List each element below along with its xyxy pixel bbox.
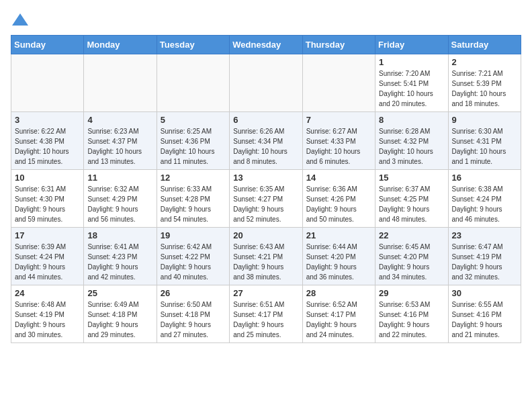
day-number: 21: [306, 230, 371, 240]
day-info: Sunrise: 6:39 AMSunset: 4:24 PMDaylight:…: [15, 242, 80, 282]
calendar-cell: 8Sunrise: 6:28 AMSunset: 4:32 PMDaylight…: [375, 112, 448, 170]
day-info: Sunrise: 6:43 AMSunset: 4:21 PMDaylight:…: [233, 242, 298, 282]
day-number: 19: [161, 230, 226, 240]
week-row-3: 10Sunrise: 6:31 AMSunset: 4:30 PMDayligh…: [11, 170, 521, 228]
calendar-cell: 11Sunrise: 6:32 AMSunset: 4:29 PMDayligh…: [84, 170, 157, 228]
calendar-cell: 20Sunrise: 6:43 AMSunset: 4:21 PMDayligh…: [230, 228, 302, 285]
calendar-cell: 17Sunrise: 6:39 AMSunset: 4:24 PMDayligh…: [11, 228, 84, 285]
calendar-cell: 4Sunrise: 6:23 AMSunset: 4:37 PMDaylight…: [84, 112, 157, 170]
calendar-cell: 3Sunrise: 6:22 AMSunset: 4:38 PMDaylight…: [11, 112, 84, 170]
day-info: Sunrise: 6:30 AMSunset: 4:31 PMDaylight:…: [452, 126, 517, 167]
day-info: Sunrise: 6:47 AMSunset: 4:19 PMDaylight:…: [452, 242, 517, 282]
calendar-cell: 2Sunrise: 7:21 AMSunset: 5:39 PMDaylight…: [448, 54, 521, 112]
day-info: Sunrise: 6:45 AMSunset: 4:20 PMDaylight:…: [379, 242, 444, 282]
calendar-cell: [11, 54, 84, 112]
week-row-1: 1Sunrise: 7:20 AMSunset: 5:41 PMDaylight…: [11, 54, 521, 112]
day-info: Sunrise: 6:33 AMSunset: 4:28 PMDaylight:…: [161, 184, 226, 224]
calendar-cell: 13Sunrise: 6:35 AMSunset: 4:27 PMDayligh…: [230, 170, 302, 228]
day-info: Sunrise: 6:38 AMSunset: 4:24 PMDaylight:…: [452, 184, 517, 224]
weekday-header-thursday: Thursday: [302, 36, 375, 54]
day-info: Sunrise: 6:27 AMSunset: 4:33 PMDaylight:…: [306, 126, 371, 167]
weekday-header-monday: Monday: [84, 36, 157, 54]
day-info: Sunrise: 6:32 AMSunset: 4:29 PMDaylight:…: [87, 184, 152, 224]
calendar-cell: 14Sunrise: 6:36 AMSunset: 4:26 PMDayligh…: [302, 170, 375, 228]
day-info: Sunrise: 7:21 AMSunset: 5:39 PMDaylight:…: [452, 68, 517, 109]
week-row-4: 17Sunrise: 6:39 AMSunset: 4:24 PMDayligh…: [11, 228, 521, 285]
day-number: 27: [233, 288, 298, 298]
calendar-cell: 26Sunrise: 6:50 AMSunset: 4:18 PMDayligh…: [157, 285, 229, 343]
day-info: Sunrise: 6:48 AMSunset: 4:19 PMDaylight:…: [15, 300, 80, 340]
day-number: 16: [452, 173, 517, 183]
calendar-cell: 7Sunrise: 6:27 AMSunset: 4:33 PMDaylight…: [302, 112, 375, 170]
day-info: Sunrise: 6:41 AMSunset: 4:23 PMDaylight:…: [87, 242, 152, 282]
calendar-cell: [302, 54, 375, 112]
day-number: 18: [87, 230, 152, 240]
day-number: 14: [306, 173, 371, 183]
day-number: 1: [379, 57, 444, 67]
day-number: 4: [87, 115, 152, 125]
calendar-cell: 25Sunrise: 6:49 AMSunset: 4:18 PMDayligh…: [84, 285, 157, 343]
calendar-cell: 19Sunrise: 6:42 AMSunset: 4:22 PMDayligh…: [157, 228, 229, 285]
calendar-cell: [230, 54, 302, 112]
day-info: Sunrise: 6:31 AMSunset: 4:30 PMDaylight:…: [15, 184, 80, 224]
day-info: Sunrise: 6:44 AMSunset: 4:20 PMDaylight:…: [306, 242, 371, 282]
day-info: Sunrise: 6:25 AMSunset: 4:36 PMDaylight:…: [161, 126, 226, 167]
calendar-cell: 16Sunrise: 6:38 AMSunset: 4:24 PMDayligh…: [448, 170, 521, 228]
calendar-cell: 5Sunrise: 6:25 AMSunset: 4:36 PMDaylight…: [157, 112, 229, 170]
calendar: SundayMondayTuesdayWednesdayThursdayFrid…: [11, 35, 521, 343]
week-row-5: 24Sunrise: 6:48 AMSunset: 4:19 PMDayligh…: [11, 285, 521, 343]
calendar-cell: 28Sunrise: 6:52 AMSunset: 4:17 PMDayligh…: [302, 285, 375, 343]
calendar-cell: 21Sunrise: 6:44 AMSunset: 4:20 PMDayligh…: [302, 228, 375, 285]
svg-marker-0: [12, 13, 28, 26]
day-number: 15: [379, 173, 444, 183]
week-row-2: 3Sunrise: 6:22 AMSunset: 4:38 PMDaylight…: [11, 112, 521, 170]
day-number: 22: [379, 230, 444, 240]
day-number: 10: [15, 173, 80, 183]
day-info: Sunrise: 6:36 AMSunset: 4:26 PMDaylight:…: [306, 184, 371, 224]
day-info: Sunrise: 6:37 AMSunset: 4:25 PMDaylight:…: [379, 184, 444, 224]
logo-icon: [11, 11, 30, 30]
calendar-cell: 27Sunrise: 6:51 AMSunset: 4:17 PMDayligh…: [230, 285, 302, 343]
day-number: 26: [161, 288, 226, 298]
calendar-cell: 6Sunrise: 6:26 AMSunset: 4:34 PMDaylight…: [230, 112, 302, 170]
day-number: 24: [15, 288, 80, 298]
day-info: Sunrise: 6:22 AMSunset: 4:38 PMDaylight:…: [15, 126, 80, 167]
weekday-header-wednesday: Wednesday: [230, 36, 302, 54]
day-number: 8: [379, 115, 444, 125]
day-number: 12: [161, 173, 226, 183]
header: [11, 11, 521, 30]
weekday-header-friday: Friday: [375, 36, 448, 54]
day-number: 5: [161, 115, 226, 125]
day-number: 6: [233, 115, 298, 125]
calendar-cell: 12Sunrise: 6:33 AMSunset: 4:28 PMDayligh…: [157, 170, 229, 228]
day-info: Sunrise: 6:49 AMSunset: 4:18 PMDaylight:…: [87, 300, 152, 340]
day-info: Sunrise: 6:28 AMSunset: 4:32 PMDaylight:…: [379, 126, 444, 167]
day-info: Sunrise: 6:55 AMSunset: 4:16 PMDaylight:…: [452, 300, 517, 340]
calendar-cell: 10Sunrise: 6:31 AMSunset: 4:30 PMDayligh…: [11, 170, 84, 228]
day-number: 13: [233, 173, 298, 183]
day-number: 29: [379, 288, 444, 298]
day-number: 17: [15, 230, 80, 240]
day-number: 9: [452, 115, 517, 125]
day-info: Sunrise: 6:26 AMSunset: 4:34 PMDaylight:…: [233, 126, 298, 167]
calendar-cell: 30Sunrise: 6:55 AMSunset: 4:16 PMDayligh…: [448, 285, 521, 343]
calendar-cell: 18Sunrise: 6:41 AMSunset: 4:23 PMDayligh…: [84, 228, 157, 285]
day-number: 3: [15, 115, 80, 125]
day-number: 28: [306, 288, 371, 298]
day-number: 7: [306, 115, 371, 125]
weekday-header-tuesday: Tuesday: [157, 36, 229, 54]
day-info: Sunrise: 6:35 AMSunset: 4:27 PMDaylight:…: [233, 184, 298, 224]
calendar-cell: 29Sunrise: 6:53 AMSunset: 4:16 PMDayligh…: [375, 285, 448, 343]
day-number: 20: [233, 230, 298, 240]
day-number: 2: [452, 57, 517, 67]
logo: [11, 11, 32, 30]
calendar-cell: 22Sunrise: 6:45 AMSunset: 4:20 PMDayligh…: [375, 228, 448, 285]
calendar-cell: 24Sunrise: 6:48 AMSunset: 4:19 PMDayligh…: [11, 285, 84, 343]
weekday-header-row: SundayMondayTuesdayWednesdayThursdayFrid…: [11, 36, 521, 54]
weekday-header-saturday: Saturday: [448, 36, 521, 54]
day-number: 25: [87, 288, 152, 298]
day-info: Sunrise: 6:23 AMSunset: 4:37 PMDaylight:…: [87, 126, 152, 167]
calendar-cell: 23Sunrise: 6:47 AMSunset: 4:19 PMDayligh…: [448, 228, 521, 285]
calendar-cell: 1Sunrise: 7:20 AMSunset: 5:41 PMDaylight…: [375, 54, 448, 112]
calendar-cell: [157, 54, 229, 112]
